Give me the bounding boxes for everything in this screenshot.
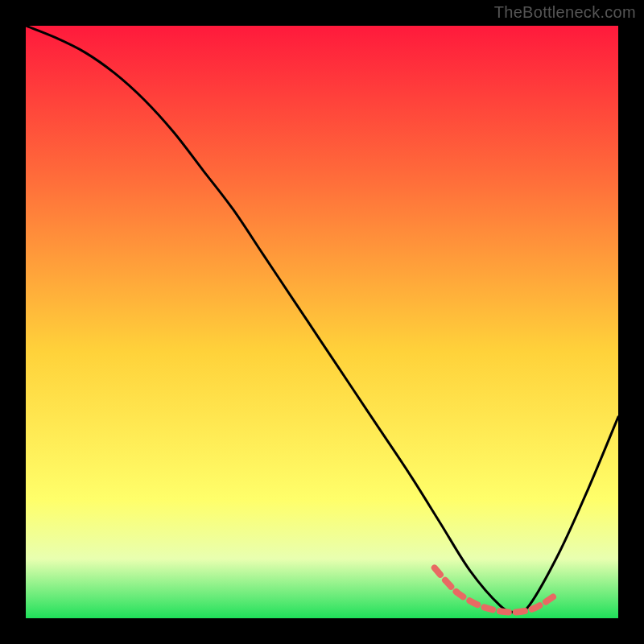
plot-svg [26, 26, 618, 618]
gradient-background [26, 26, 618, 618]
watermark-text: TheBottleneck.com [494, 3, 636, 22]
plot-area [26, 26, 618, 618]
chart-frame: TheBottleneck.com [0, 0, 644, 644]
